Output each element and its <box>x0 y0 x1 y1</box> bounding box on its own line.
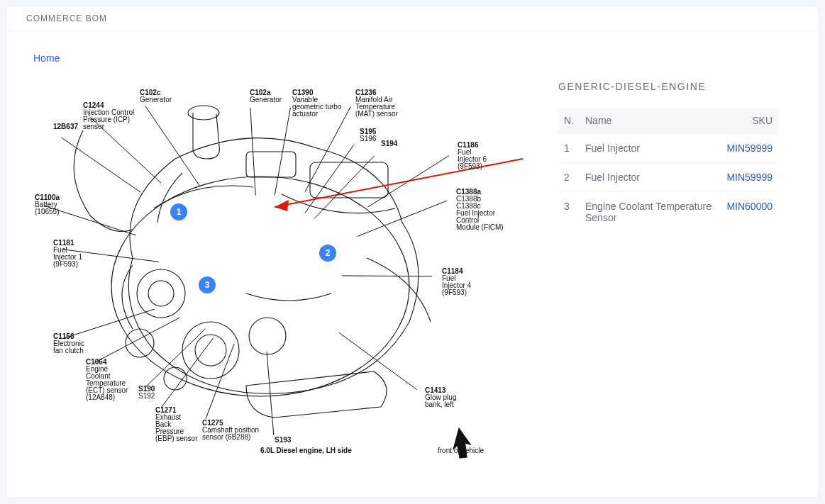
page-header: COMMERCE BOM <box>6 6 819 31</box>
cell-sku[interactable]: MIN60000 <box>721 192 778 233</box>
cell-name: Fuel Injector <box>580 134 721 163</box>
diagram-callout-label: Generator <box>250 96 282 103</box>
diagram-caption: 6.0L Diesel engine, LH side <box>260 447 352 454</box>
svg-point-3 <box>182 322 239 379</box>
diagram-callout-label: (9F593) <box>442 289 467 296</box>
diagram-callout-label: (MAT) sensor <box>355 110 398 118</box>
svg-line-19 <box>305 106 350 191</box>
breadcrumb-home-link[interactable]: Home <box>33 52 60 64</box>
diagram-callout-label: S196 <box>360 135 377 142</box>
diagram-callout-label: Module (FICM) <box>456 223 504 231</box>
table-row[interactable]: 1Fuel InjectorMIN59999 <box>558 134 778 163</box>
diagram-callout-label: S192 <box>138 392 155 400</box>
svg-marker-13 <box>446 428 477 461</box>
svg-point-1 <box>137 269 185 318</box>
svg-point-5 <box>249 318 286 354</box>
col-name: Name <box>580 108 721 134</box>
diagram-hotspot-1[interactable]: 1 <box>170 203 187 220</box>
diagram-callout-label: 12B637 <box>53 123 78 130</box>
table-row[interactable]: 2Fuel InjectorMIN59999 <box>558 163 778 192</box>
diagram-callout-label: bank, left <box>425 401 454 408</box>
diagram-callout-label: sensor (6B288) <box>202 433 250 441</box>
svg-line-14 <box>62 138 141 192</box>
diagram-callout-label: sensor <box>83 123 105 130</box>
diagram-callout-label: fan clutch <box>53 347 84 354</box>
svg-text:2: 2 <box>326 248 331 258</box>
col-n: N. <box>558 108 580 134</box>
svg-point-4 <box>195 335 226 366</box>
header-title: COMMERCE BOM <box>26 13 107 23</box>
table-row[interactable]: 3Engine Coolant Temperature SensorMIN600… <box>558 192 778 233</box>
diagram-callout-label: Generator <box>140 96 172 103</box>
col-sku: SKU <box>721 108 778 134</box>
diagram-hotspot-2[interactable]: 2 <box>319 245 336 262</box>
svg-line-33 <box>339 332 417 389</box>
diagram-callout-label: actuator <box>292 110 319 118</box>
front-of-vehicle-label: front of vehicle <box>438 447 484 454</box>
product-title: GENERIC-DIESEL-ENGINE <box>558 81 778 92</box>
cell-n: 1 <box>558 134 580 163</box>
svg-line-16 <box>145 106 199 186</box>
svg-text:1: 1 <box>177 207 182 217</box>
diagram-callout-label: (9F593) <box>53 260 78 268</box>
engine-diagram: front of vehicle 6.0L Diesel engine, LH … <box>33 81 530 478</box>
cell-n: 2 <box>558 163 580 192</box>
cell-name: Engine Coolant Temperature Sensor <box>580 192 721 233</box>
bom-table: N. Name SKU 1Fuel InjectorMIN599992Fuel … <box>558 108 778 232</box>
svg-marker-12 <box>275 200 289 211</box>
diagram-hotspot-3[interactable]: 3 <box>199 276 216 293</box>
svg-line-27 <box>62 309 154 339</box>
cell-name: Fuel Injector <box>580 163 721 192</box>
svg-line-31 <box>206 344 234 419</box>
breadcrumb: Home <box>33 52 792 64</box>
svg-text:3: 3 <box>205 280 210 290</box>
diagram-callout-label: (12A648) <box>86 393 115 401</box>
diagram-callout-label: (9F593) <box>458 162 482 170</box>
diagram-callout-label: (EBP) sensor <box>155 435 198 442</box>
diagram-callout-label: S194 <box>381 140 398 147</box>
cell-n: 3 <box>558 192 580 233</box>
svg-line-23 <box>358 201 447 236</box>
diagram-callout-label: S193 <box>275 436 292 444</box>
cell-sku[interactable]: MIN59999 <box>721 163 778 192</box>
cell-sku[interactable]: MIN59999 <box>721 134 778 163</box>
diagram-callout-label: (10655) <box>35 208 59 215</box>
svg-line-29 <box>145 329 206 388</box>
svg-point-0 <box>111 177 409 396</box>
svg-point-2 <box>148 281 174 306</box>
